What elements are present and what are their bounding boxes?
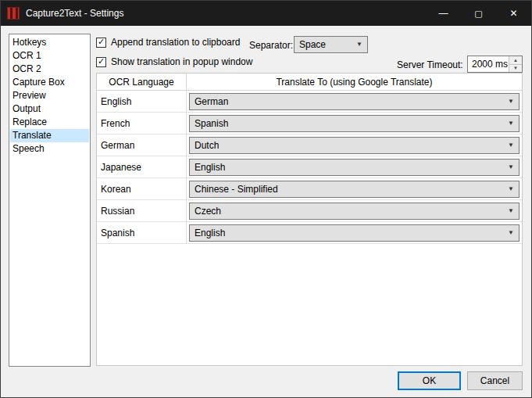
- translate-to-value: Czech: [190, 206, 221, 217]
- sidebar-item-capture-box[interactable]: Capture Box: [10, 76, 89, 89]
- spin-up-button[interactable]: ▲: [509, 56, 522, 65]
- table-header-row: OCR Language Translate To (using Google …: [97, 74, 522, 91]
- minimize-button[interactable]: —: [426, 1, 461, 26]
- show-popup-label: Show translation in popup window: [111, 56, 252, 67]
- settings-window: Capture2Text - Settings — ▢ ✕ Hotkeys OC…: [0, 0, 532, 398]
- sidebar-item-replace[interactable]: Replace: [10, 116, 89, 129]
- translate-to-value: English: [190, 162, 225, 173]
- separator-label: Separator:: [249, 40, 293, 51]
- dropdown-arrow-icon: ▼: [508, 120, 514, 127]
- sidebar-item-output[interactable]: Output: [10, 102, 89, 116]
- table-row: English German ▼: [97, 91, 522, 113]
- append-clipboard-label: Append translation to clipboard: [111, 37, 240, 48]
- translate-to-dropdown[interactable]: Czech ▼: [189, 203, 520, 220]
- dropdown-arrow-icon: ▼: [508, 142, 514, 149]
- checkmark-icon: ✓: [98, 57, 105, 66]
- dropdown-arrow-icon: ▼: [508, 230, 514, 236]
- translate-to-dropdown[interactable]: Chinese - Simplified ▼: [189, 181, 520, 198]
- translate-to-dropdown[interactable]: English ▼: [189, 224, 520, 242]
- window-title: Capture2Text - Settings: [26, 8, 123, 19]
- table-row: Spanish English ▼: [97, 222, 522, 244]
- translate-to-value: German: [190, 96, 228, 107]
- server-timeout-label: Server Timeout:: [397, 59, 463, 70]
- table-row: French Spanish ▼: [97, 113, 522, 134]
- ok-button[interactable]: OK: [398, 371, 461, 390]
- separator-value: Space: [295, 39, 326, 50]
- checkmark-icon: ✓: [98, 38, 105, 46]
- ocr-language-cell[interactable]: Japanese: [97, 156, 187, 177]
- dropdown-arrow-icon: ▼: [508, 208, 514, 214]
- dropdown-arrow-icon: ▼: [356, 41, 362, 48]
- server-timeout-value: 2000 ms: [468, 59, 509, 70]
- translate-to-cell: Chinese - Simplified ▼: [187, 178, 522, 199]
- ocr-language-cell[interactable]: Russian: [97, 200, 187, 221]
- ocr-language-cell[interactable]: French: [97, 113, 187, 134]
- caption-buttons: — ▢ ✕: [426, 1, 531, 26]
- minimize-icon: —: [439, 8, 448, 19]
- ocr-language-cell[interactable]: German: [97, 134, 187, 156]
- translate-to-cell: English ▼: [187, 156, 522, 177]
- table-row: Japanese English ▼: [97, 156, 522, 178]
- close-button[interactable]: ✕: [496, 1, 531, 26]
- ocr-language-cell[interactable]: Korean: [97, 178, 187, 199]
- translate-to-cell: Dutch ▼: [187, 134, 522, 156]
- translate-to-cell: German ▼: [187, 91, 522, 112]
- maximize-icon: ▢: [474, 9, 482, 19]
- translate-to-cell: Czech ▼: [187, 200, 522, 221]
- sidebar-item-preview[interactable]: Preview: [10, 89, 89, 102]
- append-clipboard-checkbox[interactable]: ✓: [96, 38, 106, 48]
- header-translate-to: Translate To (using Google Translate): [187, 74, 522, 90]
- sidebar: Hotkeys OCR 1 OCR 2 Capture Box Preview …: [9, 34, 91, 367]
- translate-to-value: Dutch: [190, 140, 219, 151]
- spin-down-icon: ▼: [513, 66, 518, 70]
- table-row: Korean Chinese - Simplified ▼: [97, 178, 522, 200]
- app-icon: [7, 7, 20, 20]
- translate-to-value: Spanish: [190, 118, 228, 129]
- translate-to-value: Chinese - Simplified: [190, 184, 278, 195]
- translate-to-dropdown[interactable]: Spanish ▼: [189, 115, 520, 132]
- append-clipboard-option[interactable]: ✓ Append translation to clipboard: [96, 37, 240, 48]
- separator-dropdown[interactable]: Space ▼: [294, 36, 368, 53]
- dropdown-arrow-icon: ▼: [508, 186, 514, 192]
- translation-table: OCR Language Translate To (using Google …: [96, 73, 523, 366]
- ocr-language-cell[interactable]: Spanish: [97, 222, 187, 243]
- spin-down-button[interactable]: ▼: [509, 65, 522, 73]
- header-ocr-language: OCR Language: [97, 74, 187, 90]
- maximize-button[interactable]: ▢: [461, 1, 496, 26]
- dropdown-arrow-icon: ▼: [508, 99, 514, 105]
- spin-up-icon: ▲: [513, 58, 518, 63]
- close-icon: ✕: [509, 8, 517, 19]
- sidebar-item-ocr2[interactable]: OCR 2: [10, 63, 89, 76]
- sidebar-item-ocr1[interactable]: OCR 1: [10, 49, 89, 63]
- sidebar-item-translate[interactable]: Translate: [10, 129, 89, 142]
- translate-to-value: English: [190, 228, 225, 238]
- ocr-language-cell[interactable]: English: [97, 91, 187, 112]
- table-row: German Dutch ▼: [97, 134, 522, 156]
- show-popup-checkbox[interactable]: ✓: [96, 57, 106, 67]
- sidebar-item-speech[interactable]: Speech: [10, 142, 89, 156]
- titlebar: Capture2Text - Settings — ▢ ✕: [1, 1, 531, 26]
- server-timeout-spinbox[interactable]: 2000 ms ▲ ▼: [467, 56, 523, 73]
- spin-buttons: ▲ ▼: [509, 56, 522, 72]
- translate-to-dropdown[interactable]: English ▼: [189, 159, 520, 176]
- translate-to-dropdown[interactable]: Dutch ▼: [189, 137, 520, 154]
- translate-to-dropdown[interactable]: German ▼: [189, 93, 520, 110]
- show-popup-option[interactable]: ✓ Show translation in popup window: [96, 56, 252, 67]
- table-row: Russian Czech ▼: [97, 200, 522, 222]
- sidebar-item-hotkeys[interactable]: Hotkeys: [10, 36, 89, 49]
- dropdown-arrow-icon: ▼: [508, 164, 514, 170]
- cancel-button[interactable]: Cancel: [467, 371, 523, 390]
- translate-to-cell: English ▼: [187, 222, 522, 243]
- translate-to-cell: Spanish ▼: [187, 113, 522, 134]
